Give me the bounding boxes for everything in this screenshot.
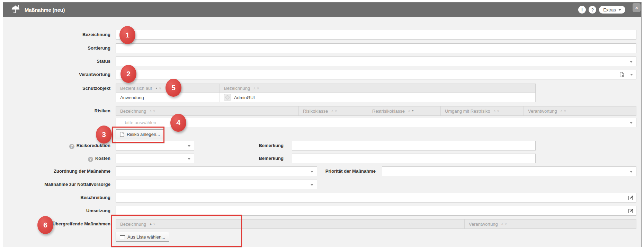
- kosten-label: ?Kosten: [3, 154, 110, 163]
- verantwortung-input[interactable]: [116, 70, 636, 79]
- column-header-risikoklasse[interactable]: Risikoklasse: [299, 106, 368, 115]
- sort-asc-icon: [501, 222, 503, 226]
- sort-icons: [149, 222, 155, 226]
- status-select[interactable]: [116, 57, 636, 66]
- verantwortung-label: Verantwortung: [3, 70, 110, 79]
- sort-asc-icon: [408, 109, 410, 113]
- chevron-down-icon: [311, 184, 313, 186]
- risiko-anlegen-button[interactable]: Risiko anlegen...: [116, 129, 164, 139]
- chevron-down-icon[interactable]: [630, 74, 633, 76]
- risiko-select[interactable]: --- bitte auswählen ---: [116, 118, 636, 127]
- close-button[interactable]: ×: [633, 3, 641, 12]
- cell-bezieht-sich-auf: Anwendung: [116, 93, 220, 102]
- chevron-down-icon: [188, 158, 190, 160]
- help-button[interactable]: ?: [589, 6, 596, 14]
- document-icon: [120, 132, 124, 137]
- risiko-select-placeholder: --- bitte auswählen ---: [119, 118, 162, 127]
- column-header-umgang-mit-restrisiko[interactable]: Umgang mit Restrisiko: [441, 106, 524, 115]
- sort-desc-icon: [153, 109, 155, 113]
- column-label: Verantwortung: [469, 222, 498, 227]
- sort-desc-icon: [257, 87, 259, 90]
- column-header-restrisikoklasse[interactable]: Restrisikoklasse: [368, 106, 441, 115]
- edit-icon[interactable]: [628, 195, 634, 200]
- column-label: Bezeichnung: [224, 86, 250, 91]
- umbrella-lightning-icon: [11, 5, 21, 15]
- bezeichnung-input[interactable]: [116, 30, 636, 40]
- sort-desc-icon: [153, 222, 155, 226]
- cell-value: AdminGUI: [234, 95, 255, 100]
- column-header-bezeichnung[interactable]: Bezeichnung: [116, 106, 299, 115]
- column-label: Verantwortung: [528, 109, 557, 114]
- sort-asc-icon: [149, 109, 152, 113]
- column-label: Umgang mit Restrisiko: [445, 109, 490, 114]
- sort-asc-icon: [149, 223, 152, 225]
- sort-icons: [155, 87, 161, 90]
- schutzobjekt-table-header: Bezieht sich auf Bezeichnung: [116, 84, 536, 93]
- verantwortung-field-wrap: [116, 70, 636, 79]
- umsetzung-label: Umsetzung: [3, 206, 110, 216]
- risikoreduktion-label: ?Risikoreduktion: [3, 141, 110, 150]
- column-header-bezeichnung[interactable]: Bezeichnung: [220, 84, 535, 93]
- schutzobjekt-label: Schutzobjekt: [3, 84, 110, 93]
- bezeichnung-label: Bezeichnung: [3, 30, 110, 40]
- sortierung-label: Sortierung: [3, 43, 110, 53]
- page-title: Maßnahme (neu): [25, 7, 65, 13]
- help-circle-icon[interactable]: ?: [88, 157, 93, 162]
- risikoreduktion-select[interactable]: [116, 141, 194, 150]
- column-label: Bezeichnung: [120, 109, 146, 114]
- help-circle-icon[interactable]: ?: [69, 144, 74, 149]
- beschreibung-input[interactable]: [116, 193, 636, 202]
- risikoreduktion-label-text: Risikoreduktion: [77, 143, 110, 148]
- zuordnung-select[interactable]: [116, 166, 317, 176]
- sort-asc-icon: [331, 109, 333, 113]
- column-header-verantwortung[interactable]: Verantwortung: [465, 219, 636, 229]
- uebergreifende-table-header: Bezeichnung Verantwortung: [116, 219, 636, 229]
- prioritaet-select[interactable]: [382, 166, 636, 176]
- column-label: Bezieht sich auf: [120, 86, 152, 91]
- status-label: Status: [3, 57, 110, 66]
- chevron-down-icon: [630, 171, 633, 173]
- chevron-down-icon: [188, 145, 190, 147]
- aus-liste-waehlen-button[interactable]: Aus Liste wählen...: [116, 232, 169, 242]
- umsetzung-field-wrap: [116, 206, 636, 216]
- umsetzung-input[interactable]: [116, 206, 636, 216]
- schutzobjekt-table-row[interactable]: Anwendung AdminGUI: [116, 93, 536, 102]
- sort-icons: [408, 109, 414, 113]
- bemerkung-risikoreduktion-field-wrap: [292, 141, 536, 150]
- bemerkung-kosten-field-wrap: [292, 154, 536, 163]
- application-dot-icon: [225, 95, 230, 100]
- titlebar: Maßnahme (neu) i ? Extras: [3, 2, 641, 17]
- sort-desc-icon: [335, 109, 337, 113]
- sort-icons: [493, 109, 500, 113]
- bemerkung-risikoreduktion-input[interactable]: [292, 141, 536, 150]
- bemerkung-risikoreduktion-label: Bemerkung: [225, 141, 284, 150]
- sortierung-input[interactable]: [116, 43, 636, 53]
- beschreibung-field-wrap: [116, 193, 636, 202]
- cell-bezeichnung: AdminGUI: [220, 93, 535, 102]
- column-header-bezeichnung[interactable]: Bezeichnung: [116, 219, 465, 229]
- extras-menu-button[interactable]: Extras: [599, 6, 625, 14]
- massnahme-window: Maßnahme (neu) i ? Extras × Bezeichnung …: [3, 2, 642, 247]
- risiken-label: Risiken: [3, 106, 110, 116]
- sort-desc-icon: [159, 87, 161, 90]
- aus-liste-waehlen-label: Aus Liste wählen...: [127, 234, 165, 240]
- risiko-anlegen-label: Risiko anlegen...: [127, 132, 160, 137]
- column-header-bezieht-sich-auf[interactable]: Bezieht sich auf: [116, 84, 220, 93]
- list-icon: [120, 235, 125, 239]
- notfallvorsorge-select[interactable]: [116, 180, 317, 189]
- new-document-icon[interactable]: [619, 72, 625, 77]
- chevron-down-icon: [630, 122, 633, 124]
- kosten-select[interactable]: [116, 154, 194, 163]
- sort-icons: [501, 222, 507, 226]
- info-button[interactable]: i: [578, 6, 586, 14]
- column-header-verantwortung[interactable]: Verantwortung: [524, 106, 636, 115]
- edit-icon[interactable]: [628, 208, 634, 214]
- application-icon: [224, 94, 231, 101]
- sort-asc-icon: [493, 109, 496, 113]
- bemerkung-kosten-input[interactable]: [292, 154, 536, 163]
- sort-desc-icon: [497, 109, 499, 113]
- notfallvorsorge-label: Maßnahme zur Notfallvorsorge: [3, 180, 110, 189]
- zuordnung-label: Zuordnung der Maßnahme: [3, 166, 110, 176]
- prioritaet-label: Priorität der Maßnahme: [317, 166, 376, 176]
- sort-desc-icon: [411, 110, 414, 112]
